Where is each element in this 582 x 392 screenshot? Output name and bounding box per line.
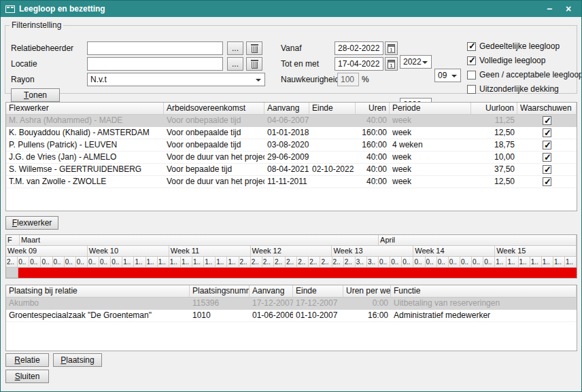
column-header-uurloon[interactable]: Uurloon — [471, 103, 517, 115]
relatiebeheerder-label: Relatiebeheerder — [11, 43, 73, 53]
day-cell: 0.. — [29, 257, 41, 268]
locatie-clear-button[interactable] — [246, 57, 262, 71]
cell: 12,50 — [471, 127, 517, 139]
table-row[interactable]: K. Bouyaddou (Khalid) - AMSTERDAMVoor on… — [6, 127, 577, 139]
checkbox-volledige-leegloop[interactable] — [467, 56, 476, 65]
week-cell[interactable]: Week 13 — [332, 246, 413, 257]
relatie-button[interactable]: Relatie — [5, 353, 49, 367]
month-cell: April — [379, 235, 577, 246]
cell — [309, 176, 356, 188]
column-header-aanvang[interactable]: Aanvang — [250, 285, 293, 298]
tot-en-met-date-input[interactable] — [335, 57, 383, 71]
checkbox-gedeeltelijke-leegloop[interactable] — [467, 42, 476, 51]
day-cell: 0.. — [41, 257, 52, 268]
column-header-plaatsingsnummer[interactable]: Plaatsingsnummer — [190, 285, 250, 298]
column-header-functie[interactable]: Functie — [391, 285, 577, 298]
week-cell[interactable]: Week 14 — [413, 246, 495, 257]
day-cell: 0.. — [483, 257, 495, 268]
week-cell[interactable]: Week 10 — [88, 246, 169, 257]
relatiebeheerder-input[interactable] — [87, 41, 223, 55]
column-header-arbeidsovereenkomst[interactable]: Arbeidsovereenkomst — [164, 103, 264, 115]
column-header-plaatsing-bij-relatie[interactable]: Plaatsing bij relatie — [6, 285, 190, 298]
week-cell[interactable]: Week 15 — [495, 246, 577, 257]
week-cell[interactable]: Week 12 — [251, 246, 332, 257]
vanaf-date-input[interactable] — [335, 41, 383, 55]
table-row[interactable]: M. Ashra (Mohammed) - MADEVoor onbepaald… — [6, 115, 577, 127]
vanaf-week-select[interactable]: 09 — [434, 69, 461, 82]
cell — [309, 115, 356, 127]
cell: week — [390, 164, 471, 176]
column-header-periode[interactable]: Periode — [390, 103, 471, 115]
day-cell: 0.. — [426, 257, 437, 268]
checkbox-uitzonderlijke-dekking[interactable] — [467, 85, 476, 94]
checkbox-geen-acceptabele-leegloop[interactable] — [467, 71, 476, 79]
cell: 02-10-2022 — [309, 164, 356, 176]
table-row[interactable]: T.M. van Zwolle - ZWOLLEVoor de duur van… — [6, 176, 577, 188]
column-header-uren-per-we[interactable]: Uren per we... — [343, 285, 391, 298]
locatie-browse-button[interactable]: ... — [227, 57, 243, 71]
cell: 04-06-2007 — [264, 115, 309, 127]
vanaf-calendar-button[interactable] — [385, 41, 398, 55]
cell: 40:00 — [356, 176, 390, 188]
sluiten-button[interactable]: Sluiten — [5, 370, 49, 383]
waarschuwen-checkbox[interactable] — [543, 177, 551, 186]
minimize-button[interactable]: − — [542, 3, 557, 15]
plaatsing-button[interactable]: Plaatsing — [53, 353, 102, 367]
relatiebeheerder-browse-button[interactable]: ... — [227, 41, 243, 55]
table-row[interactable]: S. Willemse - GEERTRUIDENBERGVoor bepaal… — [6, 164, 577, 176]
week-cell[interactable]: Week 11 — [169, 246, 251, 257]
cell: 01-06-2006 — [250, 310, 293, 322]
window-title: Leegloop en bezetting — [19, 4, 538, 14]
cell: 17-12-2007 — [293, 298, 343, 310]
relatiebeheerder-clear-button[interactable] — [246, 41, 262, 55]
filter-checkbox-row: Gedeeltelijke leegloop — [467, 41, 560, 52]
table-row[interactable]: Akumbo11539617-12-200717-12-20070:00Uitb… — [6, 298, 577, 310]
tonen-button[interactable]: Tonen — [11, 88, 60, 102]
cell: Akumbo — [6, 298, 190, 310]
rayon-select[interactable]: N.v.t — [87, 73, 265, 86]
locatie-input[interactable] — [87, 57, 223, 71]
cell: week — [390, 115, 471, 127]
day-cell: 0.. — [111, 257, 122, 268]
waarschuwen-checkbox[interactable] — [543, 153, 551, 162]
timeline-month-row: FMaartApril — [6, 235, 577, 246]
column-header-einde[interactable]: Einde — [293, 285, 343, 298]
day-cell: 0.. — [379, 257, 390, 268]
rayon-value: N.v.t — [90, 75, 107, 84]
column-header-uren[interactable]: Uren — [356, 103, 390, 115]
close-button[interactable]: × — [561, 3, 576, 15]
table-row[interactable]: P. Pullens (Patrick) - LEUVENVoor onbepa… — [6, 139, 577, 152]
day-cell: 1.. — [181, 257, 192, 268]
day-cell: 1.. — [158, 257, 169, 268]
waarschuwen-checkbox[interactable] — [543, 116, 551, 125]
day-cell: 2.. — [262, 257, 274, 268]
table-row[interactable]: J.G. de Vries (Jan) - ALMELOVoor de duur… — [6, 152, 577, 164]
day-cell: 2.. — [6, 257, 18, 268]
column-header-flexwerker[interactable]: Flexwerker — [6, 103, 164, 115]
cell: 10,00 — [471, 152, 517, 164]
cell: 160:00 — [356, 127, 390, 139]
waarschuwen-checkbox[interactable] — [543, 141, 551, 149]
day-cell: 0.. — [99, 257, 111, 268]
day-cell: 1.. — [507, 257, 518, 268]
waarschuwen-checkbox[interactable] — [543, 128, 551, 137]
rayon-label: Rayon — [11, 75, 35, 84]
cell: 01-01-2018 — [264, 127, 309, 139]
column-header-aanvang[interactable]: Aanvang — [264, 103, 309, 115]
day-cell: 1.. — [553, 257, 565, 268]
column-header-einde[interactable]: Einde — [309, 103, 356, 115]
day-cell: 2.. — [274, 257, 286, 268]
cell: Voor onbepaalde tijd — [164, 115, 264, 127]
cell-waarschuwen — [517, 139, 577, 152]
waarschuwen-checkbox[interactable] — [543, 165, 551, 174]
flexwerker-button[interactable]: Flexwerker — [5, 216, 58, 230]
week-cell[interactable]: Week 09 — [6, 246, 88, 257]
table-row[interactable]: Groentespeciaalzaak "De Groenteman"10100… — [6, 310, 577, 322]
day-cell: 0.. — [413, 257, 425, 268]
column-header-waarschuwen[interactable]: Waarschuwen — [517, 103, 577, 115]
leegloop-bar[interactable] — [18, 268, 577, 278]
tot-en-met-calendar-button[interactable] — [385, 57, 398, 71]
cell: 16:00 — [343, 310, 391, 322]
cell: 12,50 — [471, 176, 517, 188]
vanaf-year-select[interactable]: 2022 — [400, 55, 432, 69]
